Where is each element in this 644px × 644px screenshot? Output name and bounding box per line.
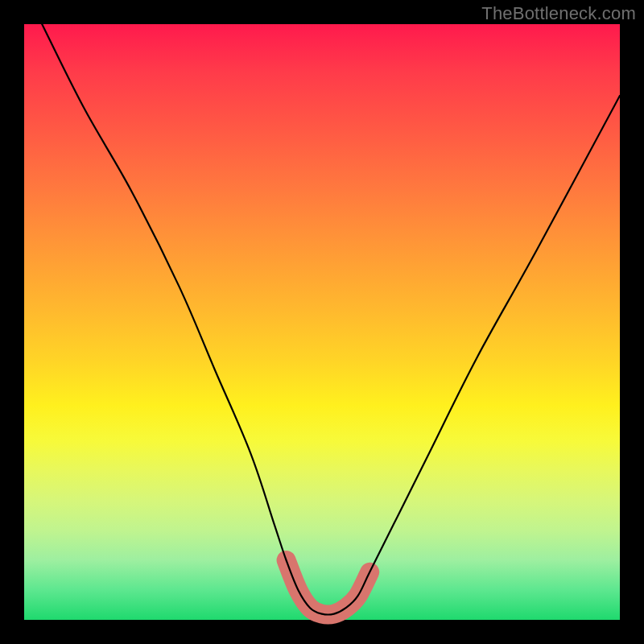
chart-frame: TheBottleneck.com bbox=[0, 0, 644, 644]
plot-area bbox=[24, 24, 620, 620]
bottleneck-band bbox=[287, 560, 370, 615]
bottleneck-curve bbox=[42, 24, 620, 615]
curve-svg bbox=[24, 24, 620, 620]
watermark-text: TheBottleneck.com bbox=[481, 3, 636, 24]
